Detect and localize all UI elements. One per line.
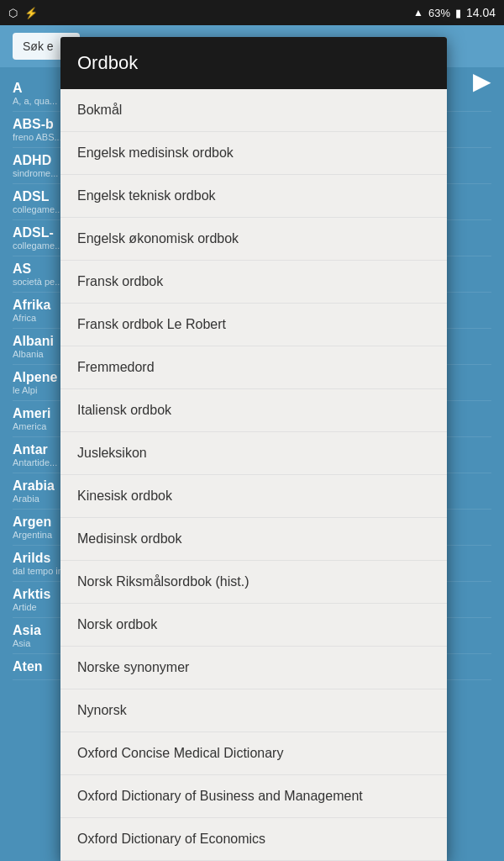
dropdown-item-label: Oxford Concise Medical Dictionary [77,746,283,760]
dropdown-item-label: Oxford Dictionary of Economics [77,832,265,846]
dropdown-item-label: Oxford Dictionary of Business and Manage… [77,789,363,803]
dropdown-item-label: Engelsk teknisk ordbok [77,188,216,203]
dropdown-item-label: Italiensk ordbok [77,403,171,417]
dropdown-item[interactable]: Norske synonymer [60,647,447,689]
dropdown-item[interactable]: Engelsk økonomisk ordbok [60,218,447,261]
dropdown-item-label: Norsk ordbok [77,617,157,631]
arrow-button[interactable]: ▶ [473,67,491,95]
dropdown-item[interactable]: Oxford Dictionary of Economics [60,818,447,861]
dropdown-item-label: Kinesisk ordbok [77,489,172,503]
dictionary-dropdown: Ordbok BokmålEngelsk medisinsk ordbokEng… [60,37,447,861]
dropdown-item-label: Fremmedord [77,360,155,374]
dropdown-item[interactable]: Norsk Riksmålsordbok (hist.) [60,561,447,604]
dropdown-item[interactable]: Fransk ordbok [60,261,447,304]
dropdown-item[interactable]: Norsk ordbok [60,604,447,647]
dropdown-item[interactable]: Fremmedord [60,346,447,389]
usb-icon: ⬡ [8,7,18,19]
dropdown-item-label: Jusleksikon [77,446,147,460]
dropdown-item[interactable]: Engelsk medisinsk ordbok [60,132,447,175]
time-display: 14.04 [466,6,496,19]
dropdown-item[interactable]: Bokmål [60,89,447,132]
dropdown-header: Ordbok [60,37,447,89]
dropdown-item[interactable]: Kinesisk ordbok [60,475,447,518]
dropdown-item-label: Medisinsk ordbok [77,531,182,546]
dropdown-item-label: Nynorsk [77,703,127,717]
dropdown-item[interactable]: Oxford Concise Medical Dictionary [60,732,447,775]
status-bar: ⬡ ⚡ ▲ 63% ▮ 14.04 [0,0,504,25]
dropdown-item-label: Engelsk økonomisk ordbok [77,231,239,246]
status-bar-left: ⬡ ⚡ [8,7,38,19]
status-bar-right: ▲ 63% ▮ 14.04 [413,6,496,19]
dropdown-item[interactable]: Nynorsk [60,689,447,732]
device-icon: ⚡ [24,7,38,19]
dropdown-item-label: Fransk ordbok [77,274,163,288]
dropdown-item-label: Engelsk medisinsk ordbok [77,145,234,160]
dropdown-title: Ordbok [77,52,138,73]
battery-percentage: 63% [428,7,450,19]
wifi-icon: ▲ [413,7,423,18]
dropdown-item[interactable]: Italiensk ordbok [60,389,447,432]
battery-icon: ▮ [455,7,461,19]
dropdown-item[interactable]: Oxford Dictionary of Business and Manage… [60,775,447,818]
dropdown-item[interactable]: Jusleksikon [60,432,447,475]
dropdown-item[interactable]: Medisinsk ordbok [60,518,447,561]
dropdown-item-label: Bokmål [77,103,122,117]
dropdown-item-label: Norske synonymer [77,660,189,674]
dropdown-item-label: Fransk ordbok Le Robert [77,317,226,331]
dropdown-item[interactable]: Fransk ordbok Le Robert [60,304,447,346]
dropdown-list[interactable]: BokmålEngelsk medisinsk ordbokEngelsk te… [60,89,447,861]
dropdown-item-label: Norsk Riksmålsordbok (hist.) [77,574,249,589]
dropdown-item[interactable]: Engelsk teknisk ordbok [60,175,447,218]
